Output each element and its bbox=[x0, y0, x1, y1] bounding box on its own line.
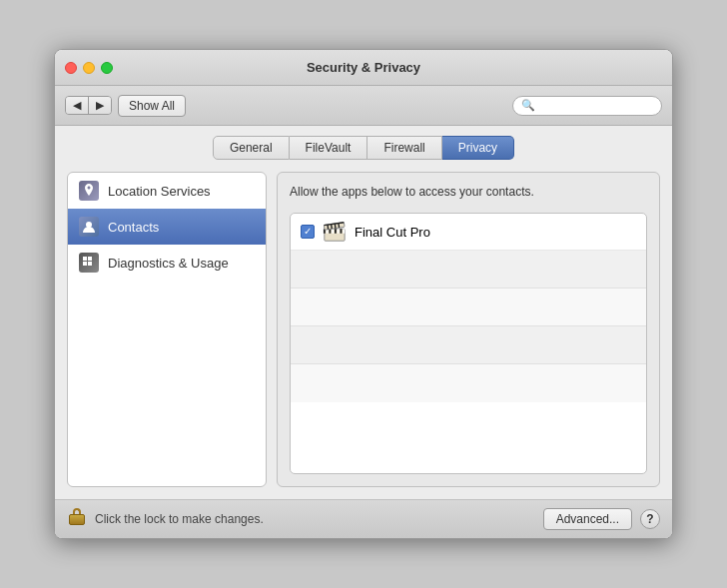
fcp-icon bbox=[323, 220, 347, 244]
fcp-checkbox[interactable] bbox=[301, 225, 315, 239]
svg-line-17 bbox=[328, 225, 329, 230]
close-button[interactable] bbox=[65, 62, 77, 74]
search-box: 🔍 bbox=[512, 96, 662, 116]
content-area: Location Services Contacts bbox=[55, 160, 672, 499]
diagnostics-icon bbox=[78, 252, 100, 274]
placeholder-row-4 bbox=[291, 364, 646, 402]
app-name-fcp: Final Cut Pro bbox=[355, 225, 430, 240]
traffic-lights bbox=[65, 62, 113, 74]
lock-icon bbox=[67, 508, 87, 530]
app-item-fcp: Final Cut Pro bbox=[291, 214, 646, 251]
sidebar-item-diagnostics[interactable]: Diagnostics & Usage bbox=[68, 245, 266, 281]
svg-rect-2 bbox=[88, 257, 92, 261]
nav-button-group: ◀ ▶ bbox=[65, 96, 112, 115]
advanced-button[interactable]: Advanced... bbox=[543, 508, 632, 530]
show-all-button[interactable]: Show All bbox=[118, 95, 186, 117]
placeholder-row-1 bbox=[291, 251, 646, 289]
minimize-button[interactable] bbox=[83, 62, 95, 74]
svg-line-20 bbox=[339, 224, 340, 229]
sidebar-item-contacts-label: Contacts bbox=[108, 220, 159, 235]
help-button[interactable]: ? bbox=[640, 509, 660, 529]
tab-filevault[interactable]: FileVault bbox=[290, 136, 368, 160]
svg-line-19 bbox=[335, 224, 336, 229]
sidebar-item-location[interactable]: Location Services bbox=[68, 173, 266, 209]
location-icon bbox=[78, 180, 100, 202]
lock-body bbox=[69, 514, 85, 525]
main-window: Security & Privacy ◀ ▶ Show All 🔍 Genera… bbox=[54, 49, 673, 539]
tab-privacy[interactable]: Privacy bbox=[442, 136, 514, 160]
sidebar-item-diagnostics-label: Diagnostics & Usage bbox=[108, 256, 229, 271]
sidebar-item-location-label: Location Services bbox=[108, 184, 211, 199]
title-bar: Security & Privacy bbox=[55, 50, 672, 86]
sidebar-item-contacts[interactable]: Contacts bbox=[68, 209, 266, 245]
main-panel: Allow the apps below to access your cont… bbox=[277, 172, 660, 487]
svg-rect-1 bbox=[83, 257, 87, 261]
maximize-button[interactable] bbox=[101, 62, 113, 74]
forward-button[interactable]: ▶ bbox=[89, 97, 111, 114]
tab-general[interactable]: General bbox=[213, 136, 290, 160]
placeholder-row-3 bbox=[291, 326, 646, 364]
sidebar: Location Services Contacts bbox=[67, 172, 267, 487]
svg-line-18 bbox=[332, 225, 333, 230]
placeholder-row-2 bbox=[291, 289, 646, 326]
search-icon: 🔍 bbox=[521, 99, 535, 112]
bottom-bar: Click the lock to make changes. Advanced… bbox=[55, 499, 672, 538]
svg-rect-3 bbox=[83, 262, 87, 266]
svg-rect-4 bbox=[88, 262, 92, 266]
panel-description: Allow the apps below to access your cont… bbox=[290, 185, 647, 199]
contacts-icon bbox=[78, 216, 100, 238]
lock-label: Click the lock to make changes. bbox=[95, 512, 535, 526]
apps-list: Final Cut Pro bbox=[290, 213, 647, 474]
window-title: Security & Privacy bbox=[307, 60, 420, 75]
tabs-bar: General FileVault Firewall Privacy bbox=[55, 126, 672, 160]
toolbar: ◀ ▶ Show All 🔍 bbox=[55, 86, 672, 126]
search-input[interactable] bbox=[539, 99, 653, 113]
tab-firewall[interactable]: Firewall bbox=[367, 136, 441, 160]
back-button[interactable]: ◀ bbox=[66, 97, 89, 114]
